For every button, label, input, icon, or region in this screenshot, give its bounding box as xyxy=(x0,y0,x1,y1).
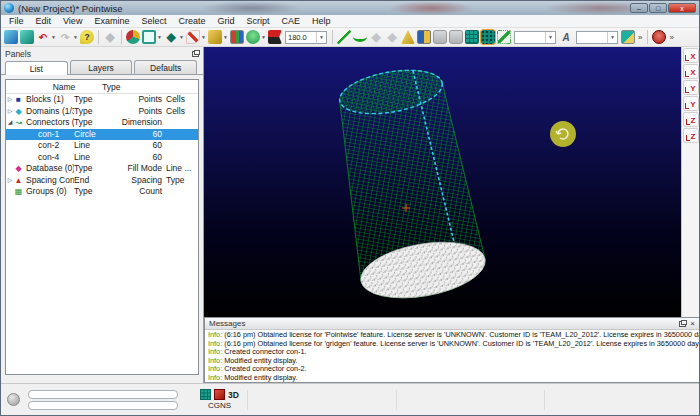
help-icon[interactable]: ? xyxy=(80,30,94,44)
toolbar-overflow-1[interactable]: » xyxy=(636,33,644,42)
tab-layers[interactable]: Layers xyxy=(70,60,133,74)
cae-mask-icon[interactable] xyxy=(652,30,666,44)
assemble-icon[interactable] xyxy=(417,30,431,44)
curve-connector-icon[interactable] xyxy=(353,32,367,42)
image-colors-icon[interactable] xyxy=(230,30,244,44)
title-bar[interactable]: (New Project)* Pointwise – □ x xyxy=(1,1,699,15)
spacing-icon: ▲ xyxy=(14,176,23,185)
undo-icon-dropdown[interactable]: ▼ xyxy=(51,30,56,44)
save-icon[interactable] xyxy=(4,30,18,44)
tree-row-blocks-1[interactable]: ▷■Blocks (1)TypePointsCells xyxy=(6,94,198,106)
structured-grid-icon[interactable] xyxy=(465,30,479,44)
spacing-combo[interactable]: ▼ xyxy=(576,31,618,44)
view-axis-minus-y-button[interactable]: Y xyxy=(683,96,699,111)
panel-float-icon[interactable] xyxy=(192,51,199,57)
menu-examine[interactable]: Examine xyxy=(88,15,135,28)
pan-icon[interactable] xyxy=(449,30,463,44)
tree-row-connectors-1-3[interactable]: ◢↝Connectors (1/3)TypeDimension xyxy=(6,117,198,129)
rename-icon[interactable]: A xyxy=(559,30,573,44)
expander-icon[interactable]: ▷ xyxy=(6,175,14,187)
surface-tool-icon-dropdown[interactable]: ▼ xyxy=(223,30,228,44)
draw-curve-icon-dropdown[interactable]: ▼ xyxy=(201,30,206,44)
toolbar-separator xyxy=(121,30,122,44)
tab-defaults[interactable]: Defaults xyxy=(134,60,197,74)
messages-title: Messages xyxy=(209,319,245,328)
unstructured-grid-icon[interactable] xyxy=(481,30,495,44)
menu-cae[interactable]: CAE xyxy=(275,15,306,28)
menu-view[interactable]: View xyxy=(57,15,88,28)
open-icon[interactable] xyxy=(20,30,34,44)
toolbar-separator xyxy=(647,30,648,44)
orbit-icon[interactable] xyxy=(433,30,447,44)
view-axis-plus-x-button[interactable]: X xyxy=(683,48,699,63)
menu-edit[interactable]: Edit xyxy=(30,15,58,28)
view-axis-minus-z-button[interactable]: Z xyxy=(683,128,699,143)
undo-icon[interactable]: ↶ xyxy=(36,30,50,44)
shaded-view-icon-dropdown[interactable]: ▼ xyxy=(179,30,184,44)
tab-list[interactable]: List xyxy=(5,61,68,75)
menu-select[interactable]: Select xyxy=(135,15,172,28)
eraser-icon[interactable] xyxy=(621,30,635,44)
menu-create[interactable]: Create xyxy=(172,15,211,28)
tree-row-groups-0[interactable]: ▦Groups (0)TypeCount xyxy=(6,186,198,198)
draw-curve-icon[interactable] xyxy=(186,30,200,44)
pointwise-window: (New Project)* Pointwise – □ x FileEditV… xyxy=(0,0,700,416)
close-button[interactable]: x xyxy=(668,3,696,13)
menu-script[interactable]: Script xyxy=(240,15,275,28)
maximize-button[interactable]: □ xyxy=(649,3,667,13)
messages-close-icon[interactable]: × xyxy=(690,320,695,328)
extrude-icon[interactable] xyxy=(401,30,415,44)
menu-file[interactable]: File xyxy=(3,15,30,28)
messages-float-icon[interactable] xyxy=(679,321,686,327)
minimize-button[interactable]: – xyxy=(630,3,648,13)
progress-field-2 xyxy=(28,401,178,410)
dimension-mode: 3D xyxy=(228,390,239,400)
domains-icon: ◆ xyxy=(14,107,23,116)
column-header-type[interactable]: Type xyxy=(102,80,198,93)
examine-flag-icon[interactable] xyxy=(268,30,282,44)
shaded-view-icon[interactable]: ◆ xyxy=(164,30,178,44)
message-line: Info: Modified entity display. xyxy=(208,374,696,382)
column-header-name[interactable]: Name xyxy=(26,80,102,93)
view-axis-plus-y-button[interactable]: Y xyxy=(683,80,699,95)
dimension-combo[interactable]: ▼ xyxy=(514,31,556,44)
redo-icon[interactable]: ↷ xyxy=(58,30,72,44)
tree-row-con-1[interactable]: con-1Circle60 xyxy=(6,129,198,141)
view-style-icon[interactable] xyxy=(142,30,156,44)
display-attributes-icon[interactable] xyxy=(126,30,140,44)
cylinder-mesh-scene xyxy=(204,47,681,317)
expander-icon[interactable]: ▷ xyxy=(6,106,14,118)
surface-tool-icon[interactable] xyxy=(208,30,222,44)
two-point-connector-icon[interactable] xyxy=(337,30,351,44)
expander-icon[interactable]: ▷ xyxy=(6,94,14,106)
tree-row-con-4[interactable]: con-4Line60 xyxy=(6,152,198,164)
tree-row-domains-1-3[interactable]: ▷◆Domains (1/3)TypePointsCells xyxy=(6,106,198,118)
grid-type-icon xyxy=(200,389,211,400)
angle-combo[interactable]: 180.0▼ xyxy=(285,31,327,44)
menu-grid[interactable]: Grid xyxy=(211,15,240,28)
domain-structured-icon[interactable]: ◆ xyxy=(369,30,383,44)
messages-log[interactable]: Info: (6:16 pm) Obtained license for 'Po… xyxy=(205,330,699,382)
tree-row-con-2[interactable]: con-2Line60 xyxy=(6,140,198,152)
view-axis-minus-x-button[interactable]: X xyxy=(683,64,699,79)
expander-icon[interactable]: ◢ xyxy=(6,117,14,129)
progress-field-1 xyxy=(28,390,178,399)
messages-panel: Messages × Info: (6:16 pm) Obtained lice… xyxy=(204,317,699,383)
connector-dimension-icon[interactable] xyxy=(497,30,511,44)
rotate-cursor xyxy=(550,121,576,147)
mask-icon-dropdown[interactable]: ▼ xyxy=(261,30,266,44)
delete-icon[interactable]: ◆ xyxy=(103,30,117,44)
toolbar-separator xyxy=(98,30,99,44)
view-axis-plus-z-button[interactable]: Z xyxy=(683,112,699,127)
view-axis-toolbar: XXYYZZ xyxy=(681,47,699,317)
domain-unstructured-icon[interactable]: ◆ xyxy=(385,30,399,44)
3d-viewport[interactable] xyxy=(204,47,681,317)
menu-help[interactable]: Help xyxy=(306,15,337,28)
tree-row-database-0[interactable]: ◆Database (0)TypeFill ModeLine ... xyxy=(6,163,198,175)
redo-icon-dropdown[interactable]: ▼ xyxy=(73,30,78,44)
window-title: (New Project)* Pointwise xyxy=(18,3,630,14)
view-style-icon-dropdown[interactable]: ▼ xyxy=(157,30,162,44)
tree-row-spacing-constrai[interactable]: ▷▲Spacing Constrai...EndSpacingType xyxy=(6,175,198,187)
toolbar-overflow-2[interactable]: » xyxy=(667,33,675,42)
mask-icon[interactable] xyxy=(246,30,260,44)
